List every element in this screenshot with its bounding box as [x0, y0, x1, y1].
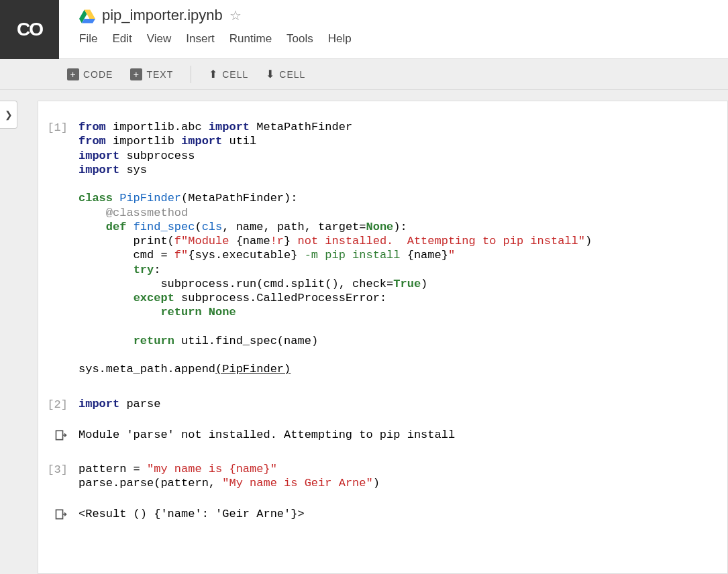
- cell-down-label: CELL: [279, 69, 305, 80]
- output-text: Module 'parse' not installed. Attempting…: [79, 428, 727, 441]
- notebook-title[interactable]: pip_importer.ipynb: [102, 7, 223, 24]
- menu-view[interactable]: View: [147, 32, 172, 46]
- logo-text: CO: [17, 19, 42, 40]
- colab-logo[interactable]: CO: [0, 0, 59, 59]
- add-code-button[interactable]: + CODE: [60, 66, 119, 83]
- menu-insert[interactable]: Insert: [186, 32, 215, 46]
- cell-output: Module 'parse' not installed. Attempting…: [38, 428, 727, 442]
- cell-code[interactable]: pattern = "my name is {name}" parse.pars…: [79, 462, 727, 491]
- cell-up-button[interactable]: ⬆ CELL: [202, 65, 255, 83]
- cell-code[interactable]: from importlib.abc import MetaPathFinder…: [79, 120, 727, 377]
- chevron-right-icon: ❯: [5, 109, 13, 120]
- menu-runtime[interactable]: Runtime: [229, 32, 272, 46]
- sidebar-toggle[interactable]: ❯: [0, 101, 17, 129]
- star-icon[interactable]: ☆: [229, 7, 242, 23]
- cell-up-label: CELL: [222, 69, 248, 80]
- notebook-panel[interactable]: [1]from importlib.abc import MetaPathFin…: [38, 101, 728, 574]
- toolbar: + CODE + TEXT ⬆ CELL ⬇ CELL: [0, 59, 728, 90]
- cell-output: <Result () {'name': 'Geir Arne'}>: [38, 508, 727, 521]
- cell-prompt: [1]: [45, 120, 79, 377]
- cell-prompt: [2]: [45, 397, 79, 411]
- header-bar: CO pip_importer.ipynb ☆ File Edit View I…: [0, 0, 728, 59]
- output-icon: [45, 428, 79, 442]
- cell-1[interactable]: [1]from importlib.abc import MetaPathFin…: [38, 120, 727, 377]
- cell-2[interactable]: [2]import parseModule 'parse' not instal…: [38, 397, 727, 442]
- output-icon: [45, 508, 79, 521]
- svg-rect-0: [56, 431, 63, 439]
- add-code-label: CODE: [83, 69, 113, 80]
- menubar: File Edit View Insert Runtime Tools Help: [79, 24, 728, 52]
- arrow-up-icon: ⬆: [209, 68, 218, 80]
- svg-rect-1: [56, 510, 63, 519]
- menu-tools[interactable]: Tools: [287, 32, 313, 46]
- arrow-down-icon: ⬇: [266, 68, 275, 80]
- cell-3[interactable]: [3]pattern = "my name is {name}" parse.p…: [38, 462, 727, 522]
- add-text-label: TEXT: [146, 69, 173, 80]
- cell-down-button[interactable]: ⬇ CELL: [259, 65, 312, 83]
- cell-prompt: [3]: [45, 462, 79, 491]
- plus-icon: +: [130, 68, 142, 80]
- body-area: ❯ [1]from importlib.abc import MetaPathF…: [0, 90, 728, 574]
- menu-help[interactable]: Help: [328, 32, 352, 46]
- cell-code[interactable]: import parse: [79, 397, 727, 411]
- output-text: <Result () {'name': 'Geir Arne'}>: [79, 508, 727, 520]
- toolbar-divider: [191, 66, 191, 83]
- google-drive-icon: [79, 7, 95, 23]
- menu-file[interactable]: File: [79, 32, 97, 46]
- add-text-button[interactable]: + TEXT: [123, 66, 180, 83]
- menu-edit[interactable]: Edit: [112, 32, 132, 46]
- plus-icon: +: [67, 68, 79, 80]
